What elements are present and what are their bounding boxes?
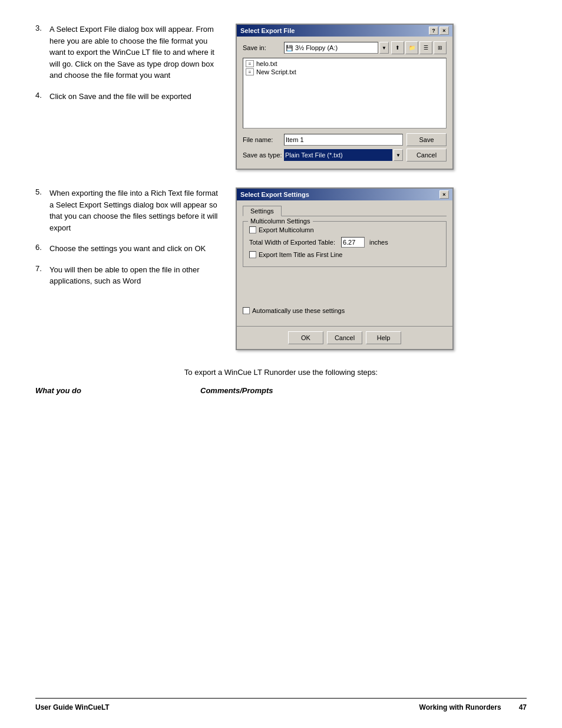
export-steps-section: To export a WinCue LT Runorder use the f…	[35, 368, 527, 401]
instruction-3-text: A Select Export File dialog box will app…	[49, 24, 224, 81]
settings-dialog-body: Settings Multicolumn Settings Export Mul…	[237, 200, 452, 324]
file-icon-2	[246, 68, 254, 75]
toolbar-btn-2[interactable]: 📁	[405, 41, 418, 54]
instruction-6: 6. Choose the settings you want and clic…	[35, 243, 224, 255]
toolbar-btn-4[interactable]: ⊞	[434, 41, 447, 54]
titlebar-buttons: ? ×	[429, 27, 449, 35]
export-multicolumn-checkbox[interactable]	[249, 226, 256, 233]
settings-dialog-titlebar: Select Export Settings ×	[237, 189, 452, 200]
save-in-combo[interactable]: 💾 3½ Floppy (A:)	[284, 42, 378, 54]
settings-tab[interactable]: Settings	[243, 206, 282, 216]
save-as-type-row: Save as type: Plain Text File (*.txt) ▼ …	[243, 149, 447, 162]
save-in-combo-wrapper: 💾 3½ Floppy (A:) ▼	[284, 42, 389, 54]
export-item-title-checkbox[interactable]	[249, 251, 256, 258]
help-button[interactable]: ?	[429, 27, 438, 35]
ok-button[interactable]: OK	[288, 331, 323, 344]
col-comments-header: Comments/Prompts	[200, 386, 527, 395]
save-in-label: Save in:	[243, 44, 284, 51]
toolbar-btn-3[interactable]: ☰	[419, 41, 432, 54]
instruction-5: 5. When exporting the file into a Rich T…	[35, 187, 224, 233]
inches-label: inches	[369, 239, 388, 246]
save-as-type-label: Save as type:	[243, 151, 284, 159]
file-name-label: File name:	[243, 136, 284, 143]
col-what-header: What you do	[35, 386, 200, 395]
groupbox-title: Multicolumn Settings	[248, 218, 313, 225]
toolbar-btn-1[interactable]: ⬆	[391, 41, 404, 54]
instruction-3-num: 3.	[35, 24, 49, 81]
toolbar-buttons: ⬆ 📁 ☰ ⊞	[391, 41, 447, 54]
file-list[interactable]: helo.txt New Script.txt	[243, 58, 447, 129]
instruction-7-text: You will then be able to open the file i…	[49, 264, 224, 287]
auto-settings-label: Automatically use these settings	[252, 307, 345, 314]
multicolumn-groupbox: Multicolumn Settings Export Multicolumn …	[243, 221, 447, 267]
footer-left: User Guide WinCueLT	[35, 703, 110, 711]
cancel-footer-button[interactable]: Cancel	[327, 331, 362, 344]
footer-page-number: 47	[519, 703, 527, 711]
file-item-2[interactable]: New Script.txt	[244, 68, 445, 76]
section-1-dialog-area: Select Export File ? × Save in: 💾	[236, 24, 527, 170]
file-icon-1	[246, 60, 254, 67]
save-in-value: 3½ Floppy (A:)	[295, 44, 338, 51]
dialog-titlebar: Select Export File ? ×	[237, 25, 452, 37]
total-width-input[interactable]	[341, 237, 365, 248]
instruction-6-text: Choose the settings you want and click o…	[49, 243, 206, 255]
instruction-4-text: Click on Save and the file will be expor…	[49, 91, 191, 103]
help-footer-button[interactable]: Help	[366, 331, 401, 344]
close-button[interactable]: ×	[439, 27, 449, 35]
select-export-file-dialog: Select Export File ? × Save in: 💾	[236, 24, 454, 170]
export-steps-intro: To export a WinCue LT Runorder use the f…	[184, 368, 378, 377]
instruction-3: 3. A Select Export File dialog box will …	[35, 24, 224, 81]
dialog-body: Save in: 💾 3½ Floppy (A:) ▼ ⬆ 📁	[237, 37, 452, 169]
export-steps-header: To export a WinCue LT Runorder use the f…	[35, 368, 527, 377]
page: 3. A Select Export File dialog box will …	[0, 0, 562, 728]
dialog-title: Select Export File	[240, 27, 295, 34]
save-in-row: Save in: 💾 3½ Floppy (A:) ▼ ⬆ 📁	[243, 41, 447, 54]
file-name-input[interactable]	[284, 134, 403, 146]
tab-bar: Settings	[243, 205, 447, 216]
save-in-arrow[interactable]: ▼	[379, 42, 389, 54]
section-2-instructions: 5. When exporting the file into a Rich T…	[35, 187, 236, 350]
section-1-row: 3. A Select Export File dialog box will …	[35, 24, 527, 170]
dialog-footer: OK Cancel Help	[237, 326, 452, 349]
instruction-7: 7. You will then be able to open the fil…	[35, 264, 224, 287]
content-area: 3. A Select Export File dialog box will …	[35, 24, 527, 698]
export-item-title-label: Export Item Title as First Line	[259, 251, 342, 258]
file-name-row: File name: Save	[243, 133, 447, 146]
save-button[interactable]: Save	[406, 133, 447, 146]
select-export-settings-dialog: Select Export Settings × Settings Multic…	[236, 187, 454, 350]
export-item-title-row: Export Item Title as First Line	[249, 251, 440, 258]
save-as-type-value[interactable]: Plain Text File (*.txt)	[284, 149, 392, 161]
footer-section: Working with Runorders	[419, 703, 501, 711]
page-footer: User Guide WinCueLT Working with Runorde…	[35, 698, 527, 716]
file-name-2: New Script.txt	[256, 68, 296, 75]
auto-settings-checkbox[interactable]	[243, 307, 250, 314]
export-multicolumn-row: Export Multicolumn	[249, 226, 440, 233]
auto-settings-row: Automatically use these settings	[243, 307, 447, 314]
instruction-7-num: 7.	[35, 264, 49, 287]
instruction-6-num: 6.	[35, 243, 49, 255]
total-width-row: Total Width of Exported Table: inches	[249, 237, 440, 248]
total-width-label: Total Width of Exported Table:	[249, 239, 335, 246]
cancel-button[interactable]: Cancel	[406, 149, 447, 162]
export-multicolumn-label: Export Multicolumn	[259, 226, 314, 233]
settings-close-button[interactable]: ×	[439, 190, 449, 199]
instruction-4: 4. Click on Save and the file will be ex…	[35, 91, 224, 103]
instruction-5-text: When exporting the file into a Rich Text…	[49, 187, 224, 233]
settings-titlebar-buttons: ×	[439, 190, 449, 199]
save-as-type-arrow[interactable]: ▼	[394, 149, 403, 161]
section-2-dialog-area: Select Export Settings × Settings Multic…	[236, 187, 527, 350]
footer-right: Working with Runorders 47	[419, 703, 527, 711]
section-2-row: 5. When exporting the file into a Rich T…	[35, 187, 527, 350]
instruction-4-num: 4.	[35, 91, 49, 103]
instruction-5-num: 5.	[35, 187, 49, 233]
settings-dialog-title: Select Export Settings	[240, 191, 309, 198]
two-col-header: What you do Comments/Prompts	[35, 386, 527, 395]
file-name-1: helo.txt	[256, 60, 277, 67]
section-1-instructions: 3. A Select Export File dialog box will …	[35, 24, 236, 170]
file-item-1[interactable]: helo.txt	[244, 60, 445, 68]
